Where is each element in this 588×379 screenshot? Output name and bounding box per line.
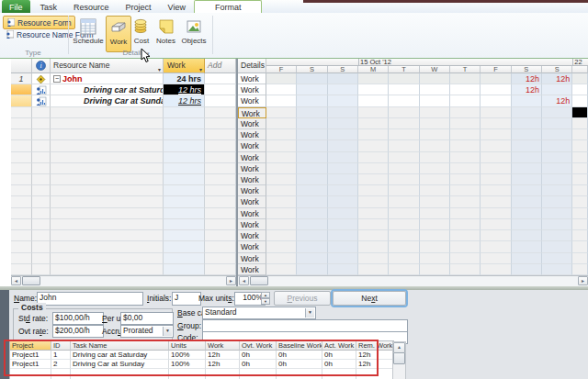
- assignment-cell[interactable]: 12h: [356, 351, 393, 360]
- timephased-cell[interactable]: [450, 174, 481, 185]
- timescale-day-0[interactable]: F: [266, 66, 297, 73]
- assignment-cell[interactable]: 100%: [169, 360, 206, 369]
- details-cell[interactable]: Work: [238, 163, 266, 174]
- timephased-cell[interactable]: [512, 208, 542, 219]
- resource-name-cell[interactable]: −John: [51, 73, 164, 84]
- assignment-cell[interactable]: 0h: [277, 360, 322, 369]
- timephased-cell[interactable]: [297, 73, 327, 84]
- timephased-cell-overflow[interactable]: [572, 185, 588, 196]
- work-value-cell[interactable]: 24 hrs: [164, 73, 205, 84]
- indicator-cell[interactable]: [32, 73, 51, 84]
- timephased-cell[interactable]: [358, 73, 389, 84]
- timephased-cell[interactable]: [266, 152, 297, 163]
- timephased-cell[interactable]: [297, 107, 327, 118]
- timephased-cell[interactable]: [297, 174, 327, 185]
- resource-name-cell[interactable]: [51, 185, 164, 196]
- indicator-cell[interactable]: [32, 129, 51, 140]
- timephased-cell[interactable]: [420, 230, 450, 241]
- work-value-cell[interactable]: [164, 118, 205, 129]
- add-new-cell[interactable]: [205, 129, 236, 140]
- timephased-cell[interactable]: [266, 95, 297, 106]
- work-value-cell[interactable]: [164, 129, 205, 140]
- timephased-cell-overflow[interactable]: [572, 241, 588, 252]
- timephased-cell[interactable]: [420, 253, 450, 264]
- timescale-day-8[interactable]: S: [512, 66, 542, 73]
- timephased-cell[interactable]: [450, 163, 481, 174]
- add-new-cell[interactable]: [205, 219, 236, 230]
- timephased-cell[interactable]: [542, 253, 572, 264]
- timephased-cell-overflow[interactable]: [572, 140, 588, 151]
- timephased-cell[interactable]: [266, 196, 297, 207]
- right-scroll-right-icon[interactable]: ►: [578, 276, 588, 285]
- indicator-cell[interactable]: [32, 174, 51, 185]
- timephased-cell[interactable]: [328, 152, 358, 163]
- previous-button[interactable]: Previous: [274, 291, 331, 306]
- resource-name-cell[interactable]: [51, 196, 164, 207]
- add-new-cell[interactable]: [205, 253, 236, 264]
- schedule-details-button[interactable]: Schedule: [72, 16, 105, 50]
- row-number-cell[interactable]: [11, 230, 32, 241]
- details-cell[interactable]: Work: [238, 84, 266, 95]
- indicator-cell[interactable]: [32, 208, 51, 219]
- work-value-cell[interactable]: [164, 163, 205, 174]
- row-number-cell[interactable]: [11, 241, 32, 252]
- timephased-cell[interactable]: [389, 129, 419, 140]
- timephased-cell-overflow[interactable]: [572, 95, 588, 106]
- timephased-cell[interactable]: [358, 253, 389, 264]
- row-number-cell[interactable]: [11, 253, 32, 264]
- add-new-cell[interactable]: [205, 196, 236, 207]
- resource-name-cell[interactable]: [51, 174, 164, 185]
- details-cell[interactable]: Work: [238, 208, 266, 219]
- details-cell[interactable]: Work: [238, 140, 266, 151]
- add-new-cell[interactable]: [205, 107, 236, 118]
- timephased-cell[interactable]: [512, 163, 542, 174]
- row-number-cell[interactable]: [11, 107, 32, 118]
- timephased-cell[interactable]: [328, 241, 358, 252]
- timescale-day-5[interactable]: W: [420, 66, 450, 73]
- timephased-cell[interactable]: [389, 174, 419, 185]
- timephased-cell[interactable]: [542, 241, 572, 252]
- details-cell[interactable]: Work: [238, 95, 266, 106]
- timephased-cell[interactable]: [297, 140, 327, 151]
- timephased-cell[interactable]: [389, 219, 419, 230]
- timephased-cell[interactable]: [450, 253, 481, 264]
- timephased-cell[interactable]: [420, 163, 450, 174]
- assignment-cell[interactable]: Driving Car at Sunday: [71, 360, 169, 369]
- assignment-cell[interactable]: 0h: [240, 360, 277, 369]
- indicator-cell[interactable]: [32, 163, 51, 174]
- ribbon-tab-task[interactable]: Task: [32, 0, 66, 13]
- timephased-cell[interactable]: [328, 95, 358, 106]
- timephased-cell[interactable]: [542, 230, 572, 241]
- timephased-cell[interactable]: [328, 185, 358, 196]
- timephased-cell[interactable]: [297, 241, 327, 252]
- timephased-cell[interactable]: [542, 196, 572, 207]
- details-cell[interactable]: Work: [238, 230, 266, 241]
- add-new-cell[interactable]: [205, 140, 236, 151]
- timephased-cell[interactable]: [328, 140, 358, 151]
- resource-name-cell[interactable]: [51, 129, 164, 140]
- timephased-cell[interactable]: [389, 107, 419, 118]
- left-scroll-right-icon[interactable]: ►: [226, 276, 236, 285]
- row-number-cell[interactable]: [11, 152, 32, 163]
- timescale-next-week-label[interactable]: 22: [574, 59, 582, 66]
- timephased-cell[interactable]: [542, 163, 572, 174]
- row-number-cell[interactable]: [11, 208, 32, 219]
- timephased-cell-overflow[interactable]: [572, 163, 588, 174]
- timephased-cell[interactable]: [297, 118, 327, 129]
- add-new-cell[interactable]: [205, 95, 236, 106]
- timescale-day-9[interactable]: S: [542, 66, 572, 73]
- timephased-cell[interactable]: [328, 163, 358, 174]
- timephased-cell[interactable]: [389, 264, 419, 275]
- timephased-cell[interactable]: [389, 73, 419, 84]
- timephased-cell[interactable]: [328, 118, 358, 129]
- timephased-cell[interactable]: [481, 230, 511, 241]
- timephased-cell[interactable]: [389, 118, 419, 129]
- timephased-cell[interactable]: [328, 73, 358, 84]
- assignment-col-header-rem-work[interactable]: Rem. Work: [356, 341, 393, 351]
- right-hscrollbar-track[interactable]: [238, 275, 588, 286]
- timephased-cell-overflow[interactable]: [572, 129, 588, 140]
- resource-form-button[interactable]: Resource Form: [3, 16, 75, 29]
- timephased-cell[interactable]: [481, 253, 511, 264]
- work-value-cell[interactable]: [164, 152, 205, 163]
- timephased-cell[interactable]: [297, 219, 327, 230]
